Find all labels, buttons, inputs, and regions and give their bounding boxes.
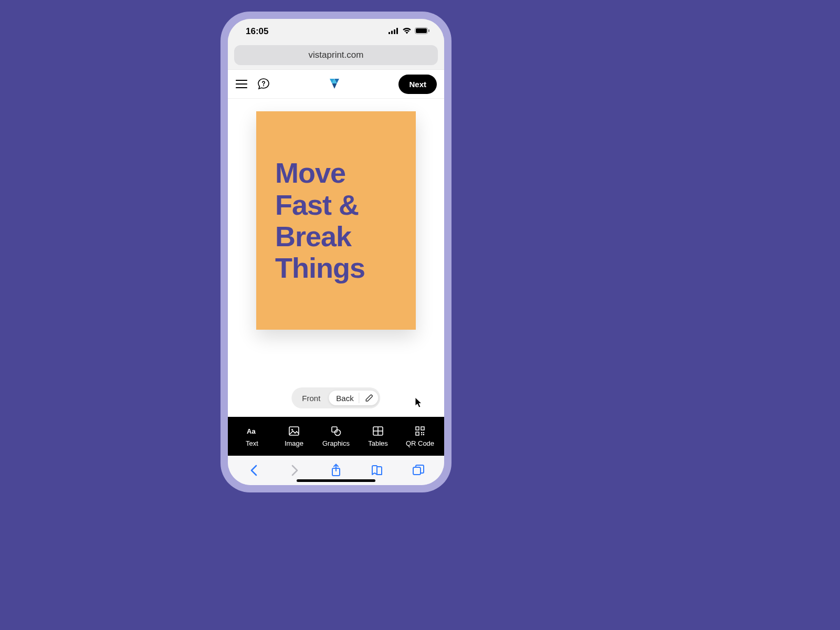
tool-label: QR Code — [406, 439, 434, 447]
toggle-divider — [359, 393, 360, 403]
tool-label: Tables — [368, 439, 388, 447]
menu-icon[interactable] — [235, 78, 248, 90]
svg-rect-16 — [289, 427, 299, 435]
cursor-icon — [415, 397, 423, 411]
wifi-icon — [402, 26, 412, 37]
svg-rect-26 — [421, 432, 423, 434]
vistaprint-logo-icon — [328, 77, 341, 91]
editor-toolbar: Aa Text Image Graphics Tables QR Code — [228, 417, 444, 456]
app-header: Next — [228, 69, 444, 99]
phone-screen: 16:05 vistaprint.com — [228, 19, 444, 485]
status-time: 16:05 — [246, 26, 268, 37]
svg-rect-23 — [416, 427, 419, 430]
tool-label: Image — [285, 439, 303, 447]
url-text: vistaprint.com — [309, 50, 364, 60]
tool-qrcode[interactable]: QR Code — [403, 426, 437, 447]
svg-rect-25 — [416, 432, 419, 435]
svg-marker-13 — [332, 83, 337, 89]
svg-rect-32 — [413, 467, 421, 475]
svg-rect-1 — [391, 31, 393, 35]
svg-text:Aa: Aa — [247, 427, 256, 435]
qrcode-icon — [415, 426, 425, 436]
home-indicator — [297, 479, 375, 482]
status-icons — [388, 26, 429, 37]
cellular-icon — [388, 26, 399, 37]
battery-icon — [415, 26, 429, 37]
status-bar: 16:05 — [228, 19, 444, 44]
image-icon — [289, 426, 299, 436]
svg-rect-2 — [394, 29, 395, 34]
address-bar-container: vistaprint.com — [228, 44, 444, 69]
design-text[interactable]: Move Fast & Break Things — [275, 157, 365, 284]
svg-rect-0 — [388, 32, 390, 34]
design-canvas[interactable]: Move Fast & Break Things Front Back — [228, 99, 444, 417]
help-icon[interactable] — [257, 78, 270, 90]
app-header-left — [235, 78, 270, 90]
svg-rect-24 — [421, 427, 424, 430]
browser-back-button[interactable] — [246, 463, 261, 478]
design-card[interactable]: Move Fast & Break Things — [256, 111, 416, 330]
back-toggle[interactable]: Back — [336, 394, 353, 403]
svg-rect-6 — [428, 29, 429, 32]
edit-icon[interactable] — [365, 393, 374, 403]
svg-rect-3 — [396, 28, 398, 34]
address-bar[interactable]: vistaprint.com — [234, 45, 438, 65]
tabs-icon[interactable] — [411, 463, 426, 478]
tool-tables[interactable]: Tables — [361, 426, 395, 447]
tool-image[interactable]: Image — [277, 426, 311, 447]
svg-rect-27 — [423, 432, 424, 433]
tables-icon — [373, 426, 383, 436]
graphics-icon — [331, 426, 341, 436]
svg-rect-29 — [423, 434, 425, 435]
svg-rect-18 — [332, 427, 337, 432]
tool-label: Text — [246, 439, 258, 447]
svg-point-10 — [263, 85, 264, 86]
svg-point-19 — [335, 429, 341, 435]
tool-graphics[interactable]: Graphics — [319, 426, 353, 447]
phone-frame: 16:05 vistaprint.com — [220, 12, 452, 492]
front-toggle[interactable]: Front — [293, 391, 329, 406]
tool-label: Graphics — [322, 439, 350, 447]
tool-text[interactable]: Aa Text — [235, 426, 269, 447]
bookmarks-icon[interactable] — [369, 463, 385, 478]
next-button[interactable]: Next — [398, 75, 437, 94]
browser-forward-button[interactable] — [287, 463, 303, 478]
share-icon[interactable] — [328, 463, 344, 478]
side-toggle: Front Back — [291, 387, 380, 408]
svg-rect-5 — [416, 28, 427, 33]
text-icon: Aa — [247, 426, 257, 436]
back-toggle-group: Back — [329, 391, 378, 405]
svg-point-17 — [291, 428, 293, 430]
svg-rect-28 — [421, 434, 422, 435]
